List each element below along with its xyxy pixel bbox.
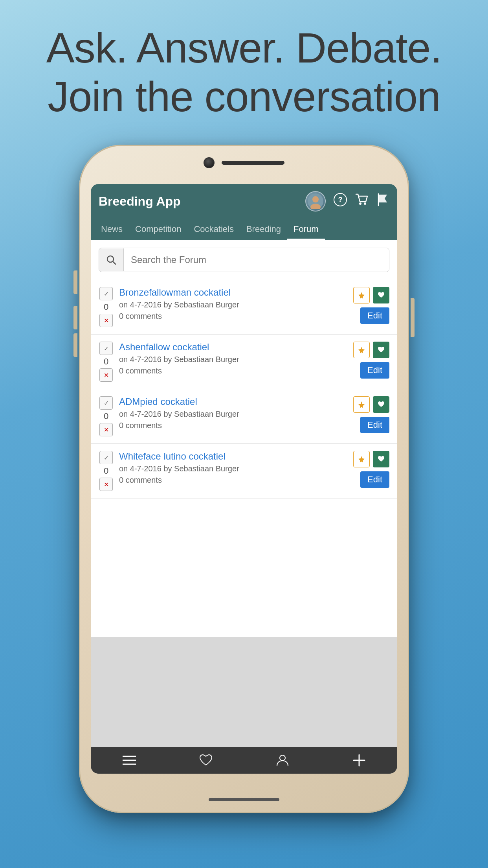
- post-meta: on 4-7-2016 by Sebastiaan Burger: [119, 355, 348, 364]
- help-icon[interactable]: ?: [334, 193, 347, 210]
- upvote-button[interactable]: ✓: [99, 396, 113, 410]
- post-meta: on 4-7-2016 by Sebastiaan Burger: [119, 300, 348, 309]
- post-actions: Edit: [353, 396, 389, 433]
- post-title[interactable]: Bronzefallowman cockatiel: [119, 287, 348, 298]
- bottom-nav-heart[interactable]: [167, 754, 244, 767]
- edit-button[interactable]: Edit: [360, 307, 389, 324]
- phone-screen: Breeding App ?: [91, 184, 397, 774]
- post-title[interactable]: Whiteface lutino cockatiel: [119, 451, 348, 462]
- post-actions: Edit: [353, 451, 389, 488]
- nav-tabs: News Competition Cockatiels Breeding For…: [91, 219, 397, 240]
- speaker: [222, 161, 284, 165]
- action-icons: [353, 396, 389, 413]
- edit-button[interactable]: Edit: [360, 471, 389, 488]
- forum-item: ✓ 0 ✕ Ashenfallow cockatiel on 4-7-2016 …: [91, 335, 397, 389]
- phone-device: Breeding App ?: [79, 145, 409, 813]
- post-comments: 0 comments: [119, 476, 348, 485]
- bottom-nav-user[interactable]: [244, 754, 321, 767]
- post-comments: 0 comments: [119, 366, 348, 375]
- svg-text:?: ?: [338, 196, 343, 204]
- bottom-nav: [91, 747, 397, 774]
- forum-list: ✓ 0 ✕ Bronzefallowman cockatiel on 4-7-2…: [91, 280, 397, 637]
- bottom-nav-menu[interactable]: [91, 755, 167, 766]
- action-icons: [353, 451, 389, 467]
- post-body: ADMpied cockatiel on 4-7-2016 by Sebasti…: [119, 396, 348, 430]
- tab-breeding[interactable]: Breeding: [240, 219, 287, 240]
- post-meta: on 4-7-2016 by Sebastiaan Burger: [119, 464, 348, 473]
- edit-button[interactable]: Edit: [360, 362, 389, 379]
- vote-count: 0: [104, 357, 108, 367]
- forum-item: ✓ 0 ✕ Whiteface lutino cockatiel on 4-7-…: [91, 444, 397, 498]
- pin-button[interactable]: [353, 451, 370, 467]
- tab-forum[interactable]: Forum: [287, 219, 325, 240]
- post-body: Whiteface lutino cockatiel on 4-7-2016 b…: [119, 451, 348, 485]
- post-comments: 0 comments: [119, 312, 348, 321]
- post-meta: on 4-7-2016 by Sebastiaan Burger: [119, 410, 348, 419]
- pin-button[interactable]: [353, 287, 370, 303]
- upvote-button[interactable]: ✓: [99, 342, 113, 355]
- ad-area: [91, 637, 397, 747]
- heart-button[interactable]: [373, 287, 389, 303]
- camera: [204, 157, 215, 168]
- vote-column: ✓ 0 ✕: [99, 451, 114, 491]
- svg-point-13: [280, 755, 285, 761]
- content-area: ✓ 0 ✕ Bronzefallowman cockatiel on 4-7-2…: [91, 240, 397, 747]
- tab-competition[interactable]: Competition: [129, 219, 187, 240]
- app-header: Breeding App ?: [91, 184, 397, 219]
- vote-count: 0: [104, 302, 108, 312]
- tab-cockatiels[interactable]: Cockatiels: [187, 219, 240, 240]
- downvote-button[interactable]: ✕: [99, 423, 113, 436]
- cart-icon[interactable]: [355, 193, 368, 210]
- vote-count: 0: [104, 466, 108, 476]
- post-actions: Edit: [353, 342, 389, 379]
- bottom-nav-plus[interactable]: [321, 754, 397, 767]
- hero-title-line2: Join the conversation: [46, 72, 442, 121]
- vote-count: 0: [104, 411, 108, 421]
- hero-title-line1: Ask. Answer. Debate.: [46, 24, 442, 72]
- vote-column: ✓ 0 ✕: [99, 287, 114, 327]
- downvote-button[interactable]: ✕: [99, 314, 113, 327]
- post-comments: 0 comments: [119, 421, 348, 430]
- heart-button[interactable]: [373, 451, 389, 467]
- vote-column: ✓ 0 ✕: [99, 396, 114, 436]
- header-icons: ?: [305, 191, 389, 211]
- upvote-button[interactable]: ✓: [99, 287, 113, 300]
- vote-column: ✓ 0 ✕: [99, 342, 114, 382]
- upvote-button[interactable]: ✓: [99, 451, 113, 464]
- heart-button[interactable]: [373, 342, 389, 358]
- edit-button[interactable]: Edit: [360, 417, 389, 433]
- search-icon-button[interactable]: [99, 248, 124, 271]
- post-body: Bronzefallowman cockatiel on 4-7-2016 by…: [119, 287, 348, 321]
- home-indicator: [209, 798, 279, 801]
- pin-button[interactable]: [353, 396, 370, 413]
- forum-item: ✓ 0 ✕ ADMpied cockatiel on 4-7-2016 by S…: [91, 389, 397, 444]
- svg-point-1: [312, 196, 319, 202]
- post-title[interactable]: Ashenfallow cockatiel: [119, 342, 348, 353]
- post-actions: Edit: [353, 287, 389, 324]
- downvote-button[interactable]: ✕: [99, 368, 113, 382]
- action-icons: [353, 342, 389, 358]
- svg-point-6: [364, 202, 366, 205]
- svg-point-5: [359, 202, 361, 205]
- avatar[interactable]: [305, 191, 326, 211]
- svg-line-9: [113, 261, 116, 264]
- pin-button[interactable]: [353, 342, 370, 358]
- post-body: Ashenfallow cockatiel on 4-7-2016 by Seb…: [119, 342, 348, 375]
- downvote-button[interactable]: ✕: [99, 478, 113, 491]
- search-input[interactable]: [124, 248, 389, 272]
- heart-button[interactable]: [373, 396, 389, 413]
- flag-icon[interactable]: [376, 193, 389, 210]
- phone-notch: [204, 157, 284, 168]
- hero-section: Ask. Answer. Debate. Join the conversati…: [23, 24, 466, 121]
- tab-news[interactable]: News: [95, 219, 129, 240]
- action-icons: [353, 287, 389, 303]
- search-bar: [99, 248, 389, 272]
- forum-item: ✓ 0 ✕ Bronzefallowman cockatiel on 4-7-2…: [91, 280, 397, 335]
- app-title: Breeding App: [99, 194, 181, 209]
- post-title[interactable]: ADMpied cockatiel: [119, 396, 348, 407]
